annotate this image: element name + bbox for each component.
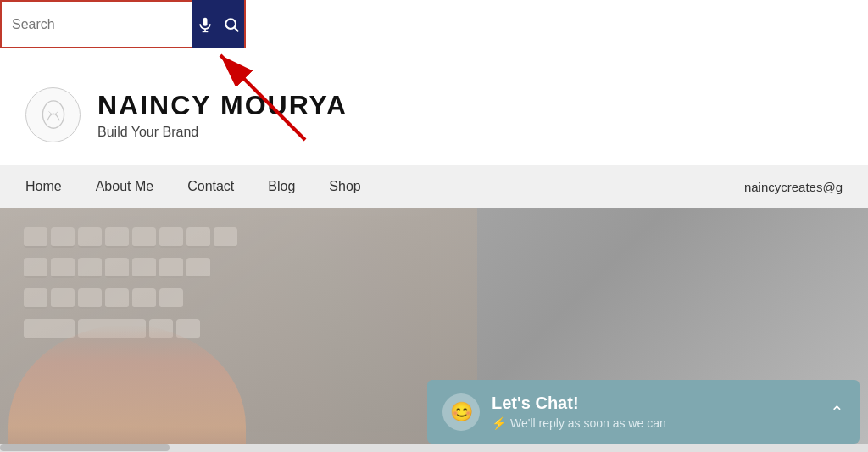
nav-item-shop[interactable]: Shop	[312, 165, 377, 208]
site-title: NAINCY MOURYA	[97, 90, 348, 121]
search-button[interactable]	[218, 0, 244, 48]
nav-item-contact[interactable]: Contact	[170, 165, 251, 208]
site-title-group: NAINCY MOURYA Build Your Brand	[97, 90, 348, 140]
mic-icon	[197, 16, 214, 33]
chat-smiley-icon: 😊	[442, 393, 480, 431]
svg-line-4	[234, 27, 238, 31]
nav-item-blog[interactable]: Blog	[251, 165, 312, 208]
site-tagline: Build Your Brand	[97, 125, 348, 140]
search-icon	[223, 16, 240, 33]
chat-subtitle: ⚡ We'll reply as soon as we can	[492, 416, 818, 430]
search-input[interactable]	[2, 17, 192, 32]
nav-bar: Home About Me Contact Blog Shop naincycr…	[0, 165, 868, 208]
logo-icon	[38, 99, 69, 130]
svg-rect-0	[203, 17, 207, 25]
scrollbar-thumb[interactable]	[0, 444, 170, 451]
nav-item-home[interactable]: Home	[25, 165, 79, 208]
mic-button[interactable]	[192, 0, 218, 48]
chat-title: Let's Chat!	[492, 393, 818, 413]
site-logo	[25, 87, 81, 142]
horizontal-scrollbar[interactable]	[0, 444, 868, 452]
search-bar	[0, 0, 246, 48]
nav-email: naincycreates@g	[744, 180, 843, 194]
nav-item-about[interactable]: About Me	[79, 165, 170, 208]
site-header: NAINCY MOURYA Build Your Brand	[0, 64, 868, 165]
chat-text-group: Let's Chat! ⚡ We'll reply as soon as we …	[492, 393, 818, 430]
chat-widget[interactable]: 😊 Let's Chat! ⚡ We'll reply as soon as w…	[427, 380, 860, 444]
chat-close-button[interactable]: ⌃	[830, 402, 844, 422]
bolt-icon: ⚡	[492, 416, 506, 430]
svg-point-3	[225, 19, 236, 29]
